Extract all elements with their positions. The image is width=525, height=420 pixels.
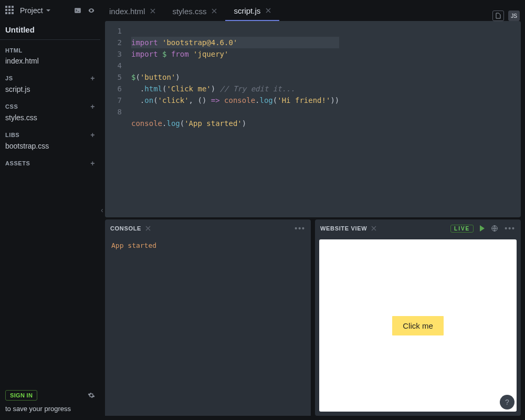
sidebar-header: Project <box>0 0 100 21</box>
eye-icon[interactable] <box>88 7 95 14</box>
help-button[interactable]: ? <box>500 395 514 410</box>
live-badge: LIVE <box>450 225 474 233</box>
project-label: Project <box>20 6 43 15</box>
more-icon[interactable]: ••• <box>295 224 306 233</box>
file-bootstrap-css[interactable]: bootstrap.css <box>0 140 100 152</box>
close-icon[interactable] <box>371 226 376 231</box>
lang-badge[interactable]: JS <box>508 10 520 21</box>
gutter: 1 2 3 4 5 6 7 8 <box>105 21 126 217</box>
close-icon[interactable] <box>150 8 155 14</box>
tabs-bar: index.html styles.css script.js JS <box>101 0 525 21</box>
section-libs: LIBS+ bootstrap.css <box>0 124 100 152</box>
website-view-head: WEBSITE VIEW LIVE ••• <box>315 219 521 237</box>
svg-rect-0 <box>75 8 81 13</box>
more-icon[interactable]: ••• <box>505 224 516 233</box>
section-head-html: HTML <box>5 47 23 54</box>
terminal-icon[interactable] <box>74 7 81 14</box>
file-index-html[interactable]: index.html <box>0 55 100 67</box>
doc-icon[interactable] <box>492 10 504 21</box>
website-view-pane: WEBSITE VIEW LIVE ••• Click me <box>315 219 521 416</box>
section-js: JS+ script.js <box>0 67 100 96</box>
play-icon[interactable] <box>480 225 485 232</box>
tab-label: script.js <box>234 6 260 15</box>
preview-button[interactable]: Click me <box>392 316 444 335</box>
file-script-js[interactable]: script.js <box>0 83 100 96</box>
gear-icon[interactable] <box>88 392 95 399</box>
add-js-icon[interactable]: + <box>90 75 95 82</box>
console-output[interactable]: App started <box>105 237 311 416</box>
close-icon[interactable] <box>266 8 271 13</box>
console-pane: CONSOLE ••• App started <box>105 219 311 416</box>
bottom-panes: CONSOLE ••• App started WEBSITE VIEW LIV… <box>101 219 525 420</box>
console-title: CONSOLE <box>110 225 141 232</box>
close-icon[interactable] <box>145 226 151 231</box>
console-head: CONSOLE ••• <box>105 219 311 237</box>
close-icon[interactable] <box>212 8 217 14</box>
tab-index-html[interactable]: index.html <box>101 1 164 21</box>
sidebar-footer: SIGN IN to save your progress <box>0 385 100 420</box>
section-html: HTML index.html <box>0 40 100 67</box>
project-dropdown[interactable]: Project <box>20 6 50 15</box>
section-css: CSS+ styles.css <box>0 96 100 124</box>
apps-icon[interactable] <box>5 6 15 15</box>
chevron-down-icon <box>46 9 50 12</box>
add-css-icon[interactable]: + <box>90 103 95 110</box>
section-assets: ASSETS+ <box>0 152 100 168</box>
sign-in-button[interactable]: SIGN IN <box>5 390 37 401</box>
globe-icon[interactable] <box>491 225 498 232</box>
section-head-assets: ASSETS <box>5 160 30 166</box>
tab-label: styles.css <box>172 7 206 16</box>
save-progress-text: to save your progress <box>5 405 95 413</box>
main: index.html styles.css script.js JS 1 <box>101 0 525 420</box>
sidebar: Project Untitled HTML index.html JS+ scr… <box>0 0 101 420</box>
collapse-handle[interactable]: ‹ <box>101 206 103 214</box>
website-view-title: WEBSITE VIEW <box>320 225 367 232</box>
add-libs-icon[interactable]: + <box>90 131 95 139</box>
tab-styles-css[interactable]: styles.css <box>164 1 225 21</box>
section-head-css: CSS <box>5 103 18 110</box>
file-styles-css[interactable]: styles.css <box>0 111 100 124</box>
section-head-js: JS <box>5 75 13 81</box>
code-body[interactable]: import 'bootstrap@4.6.0' import $ from '… <box>126 21 344 217</box>
add-assets-icon[interactable]: + <box>90 160 95 167</box>
tab-script-js[interactable]: script.js <box>225 1 279 21</box>
section-head-libs: LIBS <box>5 132 19 138</box>
project-title[interactable]: Untitled <box>0 21 100 40</box>
code-editor[interactable]: 1 2 3 4 5 6 7 8 import 'bootstrap@4.6.0'… <box>105 21 521 217</box>
tab-label: index.html <box>109 7 145 16</box>
website-view-body[interactable]: Click me <box>319 239 517 412</box>
